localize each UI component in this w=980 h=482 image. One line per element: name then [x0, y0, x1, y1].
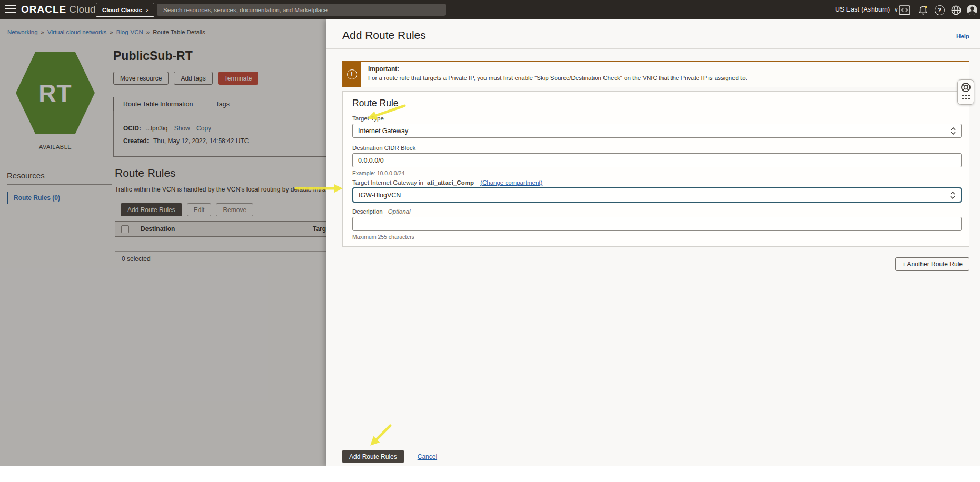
caret-down-icon: ∨ [894, 7, 898, 13]
route-rule-heading: Route Rule [352, 98, 962, 109]
optional-hint: Optional [388, 208, 411, 215]
region-selector[interactable]: US East (Ashburn) ∨ [835, 6, 898, 13]
description-hint: Maximum 255 characters [352, 234, 414, 240]
drag-handle-dots-icon[interactable] [962, 95, 970, 99]
oracle-cloud-logo: ORACLECloud [21, 4, 96, 15]
help-icon[interactable]: ? [933, 4, 946, 16]
add-route-rules-drawer: Add Route Rules Help ! Important: For a … [326, 19, 980, 466]
change-compartment-link[interactable]: (Change compartment) [480, 179, 542, 186]
internet-gateway-select[interactable]: IGW-BlogVCN [352, 187, 962, 203]
select-stepper-icon [951, 127, 956, 135]
hamburger-menu-icon[interactable] [5, 5, 17, 14]
route-rule-form-card: Route Rule Target Type Internet Gateway … [342, 91, 969, 247]
important-banner: ! Important: For a route rule that targe… [342, 61, 969, 87]
gateway-label: Target Internet Gateway in ati_attaei_Co… [352, 179, 962, 186]
select-stepper-icon [950, 191, 955, 199]
top-bar: ORACLECloud Cloud Classic › US East (Ash… [0, 0, 980, 19]
drawer-footer: Add Route Rules Cancel [342, 450, 437, 463]
help-link[interactable]: Help [956, 33, 969, 39]
drawer-title: Add Route Rules [342, 29, 426, 42]
target-type-select[interactable]: Internet Gateway [352, 124, 962, 138]
cloud-shell-icon[interactable] [898, 4, 911, 16]
banner-stripe: ! [343, 62, 361, 87]
brand-cloud: Cloud [69, 4, 96, 15]
page-viewport: Networking»Virtual cloud networks»Blog-V… [0, 19, 980, 466]
compartment-name: ati_attaei_Comp [427, 179, 474, 186]
description-input[interactable] [352, 217, 962, 231]
banner-text: For a route rule that targets a Private … [368, 75, 747, 81]
cidr-hint: Example: 10.0.0.0/24 [352, 170, 404, 176]
user-avatar[interactable] [966, 4, 978, 16]
life-ring-icon [961, 82, 971, 93]
drawer-header-divider [326, 48, 980, 49]
warning-icon: ! [347, 69, 357, 79]
cloud-classic-button[interactable]: Cloud Classic › [96, 3, 154, 17]
submit-add-route-rules-button[interactable]: Add Route Rules [342, 450, 404, 463]
brand-oracle: ORACLE [21, 4, 66, 15]
cancel-link[interactable]: Cancel [418, 453, 437, 460]
cidr-label: Destination CIDR Block [352, 145, 962, 151]
language-globe-icon[interactable] [949, 4, 962, 16]
target-type-label: Target Type [352, 115, 962, 122]
floating-support-widget[interactable] [957, 79, 974, 105]
search-input[interactable] [157, 4, 446, 16]
notifications-bell-icon[interactable] [917, 4, 929, 16]
banner-title: Important: [368, 65, 747, 73]
cidr-input[interactable] [352, 153, 962, 167]
another-route-rule-button[interactable]: + Another Route Rule [895, 257, 969, 271]
chevron-right-icon: › [146, 6, 148, 14]
description-label: Description Optional [352, 208, 962, 215]
